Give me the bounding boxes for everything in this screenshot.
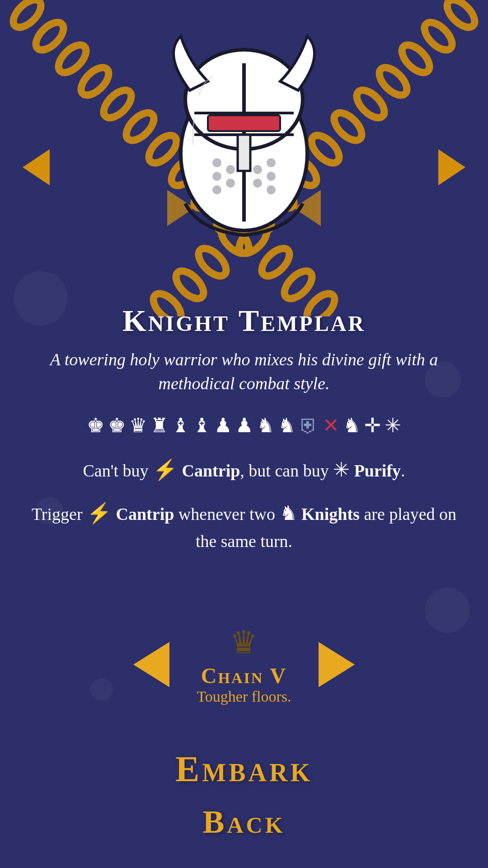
svg-point-40 <box>226 179 235 188</box>
piece-king: ♚ <box>87 414 104 437</box>
svg-point-37 <box>212 158 221 167</box>
piece-knight: ♞ <box>257 414 274 437</box>
chain-navigation: ♛ Chain V Tougher floors. <box>0 624 488 705</box>
lightning-icon-2: ⚡ <box>87 502 112 524</box>
svg-point-43 <box>253 165 262 174</box>
piece-pawn: ♟ <box>214 414 232 437</box>
chain-subtitle: Tougher floors. <box>197 688 291 705</box>
piece-bishop2: ♝ <box>193 414 211 437</box>
piece-pawn2: ♟ <box>235 414 253 437</box>
svg-point-41 <box>212 185 221 194</box>
helmet-image <box>154 27 334 262</box>
character-title: Knight Templar <box>27 303 461 339</box>
piece-shield: ⛨ <box>299 414 319 437</box>
piece-knight2: ♞ <box>278 414 296 437</box>
svg-point-5 <box>122 108 159 145</box>
svg-point-16 <box>397 40 434 77</box>
piece-rook: ♜ <box>150 414 168 437</box>
svg-point-4 <box>99 85 136 123</box>
piece-x: ✕ <box>323 414 339 437</box>
prev-chain-button[interactable] <box>133 642 169 687</box>
character-subtitle: A towering holy warrior who mixes his di… <box>27 348 461 396</box>
chain-info: ♛ Chain V Tougher floors. <box>197 624 291 705</box>
piece-snowflake: ✳ <box>385 414 401 437</box>
main-content: Knight Templar A towering holy warrior w… <box>0 303 488 554</box>
piece-king2: ♚ <box>108 414 126 437</box>
svg-point-45 <box>253 179 262 188</box>
knight-icon: ♞ <box>280 502 297 524</box>
lightning-icon-1: ⚡ <box>153 459 178 481</box>
cantrip-label-2: Cantrip <box>116 505 174 524</box>
svg-point-44 <box>267 172 276 181</box>
chain-title: Chain V <box>197 663 291 688</box>
svg-point-26 <box>171 266 208 303</box>
svg-point-17 <box>375 63 412 100</box>
svg-point-46 <box>267 185 276 194</box>
svg-point-0 <box>9 0 46 32</box>
right-arrow-deco <box>438 149 465 185</box>
purify-icon: ✳ <box>333 459 350 481</box>
embark-button[interactable]: Embark <box>0 749 488 790</box>
svg-point-38 <box>226 165 235 174</box>
hero-area: .chain-link { fill: none; stroke: #d4900… <box>0 0 488 316</box>
svg-point-18 <box>352 85 389 123</box>
knights-label: Knights <box>301 505 360 524</box>
cantrip-label-1: Cantrip <box>182 461 240 480</box>
svg-point-1 <box>31 18 68 55</box>
desc-cantrip-purify: Can't buy ⚡ Cantrip, but can buy ✳ Purif… <box>27 455 461 485</box>
pieces-row: ♚ ♚ ♛ ♜ ♝ ♝ ♟ ♟ ♞ ♞ ⛨ ✕ ♞ ✛ ✳ <box>27 414 461 437</box>
piece-queen: ♛ <box>129 414 147 437</box>
piece-knight3: ♞ <box>343 414 361 437</box>
svg-point-14 <box>442 0 479 32</box>
purify-label: Purify <box>354 461 401 480</box>
next-chain-button[interactable] <box>319 642 355 687</box>
svg-point-15 <box>420 18 457 55</box>
desc-trigger: Trigger ⚡ Cantrip whenever two ♞ Knights… <box>27 499 461 554</box>
piece-bishop: ♝ <box>172 414 189 437</box>
svg-point-42 <box>267 158 276 167</box>
action-buttons: Embark Back <box>0 749 488 841</box>
svg-rect-33 <box>208 115 280 131</box>
crown-icon: ♛ <box>197 624 291 661</box>
svg-point-39 <box>212 172 221 181</box>
svg-rect-36 <box>238 135 250 171</box>
svg-point-2 <box>54 40 91 77</box>
left-arrow-deco <box>23 149 50 185</box>
piece-plus: ✛ <box>364 414 381 437</box>
svg-point-19 <box>329 108 366 145</box>
svg-point-3 <box>76 63 113 100</box>
back-button[interactable]: Back <box>0 803 488 841</box>
svg-point-12 <box>280 266 317 303</box>
